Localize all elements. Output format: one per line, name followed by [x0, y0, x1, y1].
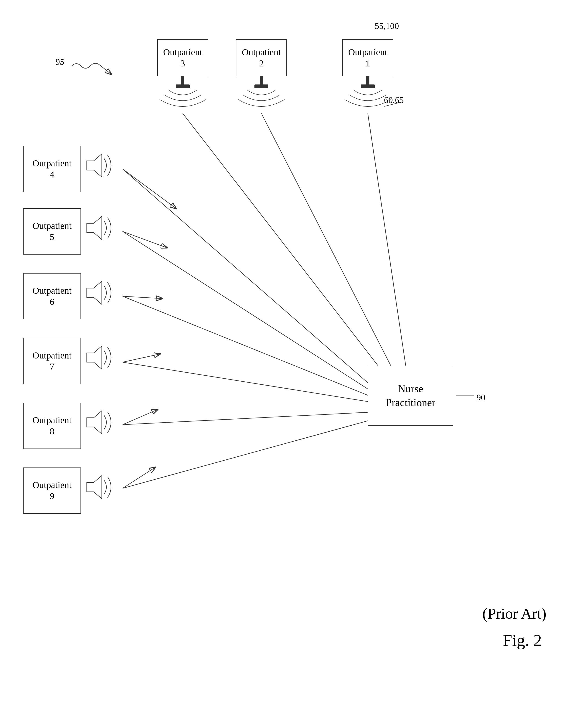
svg-rect-24	[366, 76, 369, 84]
svg-rect-25	[361, 84, 375, 88]
outpatient-1-label: Outpatient 1	[348, 47, 387, 69]
speaker-8-icon	[82, 407, 124, 444]
svg-line-4	[261, 113, 395, 375]
ref-90-label: 90	[477, 392, 485, 403]
outpatient-1-box: Outpatient 1	[342, 39, 393, 76]
svg-marker-27	[87, 216, 102, 240]
ref-55100-label: 55,100	[375, 21, 399, 31]
outpatient-9-label: Outpatient 9	[33, 480, 72, 502]
svg-line-13	[122, 169, 176, 208]
svg-line-15	[122, 296, 162, 298]
outpatient-2-box: Outpatient 2	[236, 39, 287, 76]
outpatient-3-box: Outpatient 3	[157, 39, 208, 76]
fig2-label: Fig. 2	[503, 631, 542, 650]
outpatient-9-box: Outpatient 9	[23, 467, 81, 514]
svg-rect-22	[260, 76, 263, 84]
svg-line-3	[183, 113, 385, 375]
speaker-9-icon	[82, 472, 124, 509]
svg-line-17	[122, 410, 157, 425]
svg-rect-20	[181, 76, 184, 84]
outpatient-5-box: Outpatient 5	[23, 208, 81, 255]
svg-marker-28	[87, 281, 102, 304]
svg-line-18	[122, 467, 155, 488]
outpatient-8-label: Outpatient 8	[33, 415, 72, 437]
svg-line-14	[122, 231, 167, 248]
svg-line-5	[368, 113, 407, 375]
outpatient-7-label: Outpatient 7	[33, 350, 72, 372]
outpatient-3-label: Outpatient 3	[163, 47, 203, 69]
svg-line-16	[122, 354, 160, 362]
svg-marker-31	[87, 476, 102, 499]
outpatient-6-label: Outpatient 6	[33, 285, 72, 307]
outpatient-5-label: Outpatient 5	[33, 220, 72, 243]
nurse-practitioner-box: Nurse Practitioner	[368, 366, 454, 426]
speaker-4-icon	[82, 151, 124, 188]
nurse-practitioner-label: Nurse Practitioner	[386, 382, 435, 410]
svg-rect-21	[176, 84, 190, 88]
svg-marker-30	[87, 411, 102, 434]
speaker-5-icon	[82, 213, 124, 250]
outpatient-7-box: Outpatient 7	[23, 338, 81, 384]
svg-marker-26	[87, 154, 102, 177]
svg-rect-23	[254, 84, 268, 88]
speaker-7-icon	[82, 342, 124, 380]
outpatient-8-box: Outpatient 8	[23, 403, 81, 449]
svg-line-7	[122, 169, 375, 389]
outpatient-4-box: Outpatient 4	[23, 146, 81, 192]
outpatient-4-label: Outpatient 4	[33, 158, 72, 180]
svg-line-9	[122, 296, 375, 398]
outpatient-6-box: Outpatient 6	[23, 273, 81, 319]
svg-line-2	[99, 65, 111, 74]
speaker-6-icon	[82, 278, 124, 315]
svg-line-10	[122, 362, 375, 403]
prior-art-label: (Prior Art)	[482, 605, 546, 622]
diagram: 95 55,100 60,65 Outpatient 3 Outpatient …	[0, 0, 588, 701]
svg-line-12	[122, 419, 375, 488]
outpatient-2-label: Outpatient 2	[242, 47, 281, 69]
ref-6065-label: 60,65	[384, 95, 404, 105]
svg-line-11	[122, 412, 375, 425]
svg-marker-29	[87, 346, 102, 369]
ref-95-label: 95	[55, 57, 64, 67]
